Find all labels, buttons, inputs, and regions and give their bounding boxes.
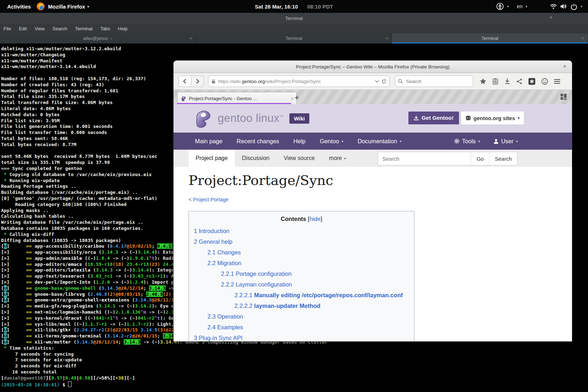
globe-icon — [465, 115, 471, 121]
nav-item-documentation[interactable]: Documentation▾ — [357, 138, 401, 145]
toc-entry: 2.2.2.1 Manually editing /etc/portage/re… — [194, 290, 409, 300]
tab-close-icon[interactable]: × — [582, 36, 584, 41]
clock[interactable]: Sat 28 Mar, 16:10 08:10 PDT — [0, 4, 588, 10]
gear-icon — [454, 138, 460, 144]
toc-entry: 3 Plug-in Sync API — [194, 332, 409, 341]
terminal-line: deleting x11-wm/mutter/mutter-3.12.2.ebu… — [1, 46, 588, 52]
toc-link[interactable]: 1 Introduction — [194, 228, 229, 234]
get-gentoo-button[interactable]: Get Gentoo! — [408, 112, 459, 124]
search-input[interactable] — [406, 78, 457, 84]
user-menu[interactable]: User ▾ — [494, 138, 518, 145]
close-icon[interactable]: × — [550, 15, 552, 20]
page-title: Project:Portage/Sync — [189, 172, 572, 188]
browser-tab[interactable]: Project:Portage/Sync - Gentoo ... × — [177, 92, 297, 104]
toc-link[interactable]: 2.2.2 Layman configuration — [221, 281, 292, 288]
breadcrumb-link[interactable]: Project:Portage — [193, 197, 228, 202]
tools-menu[interactable]: Tools ▾ — [454, 138, 480, 145]
tab-close-icon[interactable]: × — [190, 36, 192, 41]
nav-item-help[interactable]: Help — [293, 138, 305, 145]
toc-link[interactable]: 2.2.2.2 layman-updater Method — [234, 303, 320, 309]
clock-label: Sat 28 Mar, 16:10 — [255, 4, 298, 10]
toc-link[interactable]: 3 Plug-in Sync API — [194, 335, 243, 341]
wiki-search-button[interactable]: Search — [489, 152, 517, 165]
subnav-tab-more[interactable]: more▾ — [322, 150, 353, 167]
terminal-menu-tabs[interactable]: Tabs — [100, 26, 110, 31]
table-of-contents: Contents [hide] 1 Introduction2 General … — [189, 211, 414, 341]
terminal-tab[interactable]: Terminal× — [392, 33, 588, 43]
back-button[interactable] — [179, 76, 191, 87]
gentoo-wordmark[interactable]: gentoo linux™ — [218, 112, 284, 125]
search-bar[interactable] — [395, 76, 473, 87]
chevron-down-icon — [375, 80, 379, 83]
chevron-down-icon: ▾ — [517, 116, 520, 120]
terminal-menu-help[interactable]: Help — [118, 26, 128, 31]
chevron-right-icon — [195, 79, 200, 84]
terminal-tab[interactable]: Terminal× — [196, 33, 392, 43]
firefox-tabstrip: Project:Portage/Sync - Gentoo ... × + — [174, 90, 572, 104]
go-button[interactable]: Go — [471, 152, 489, 165]
firefox-titlebar[interactable]: Project:Portage/Sync – Gentoo Wiki – Moz… — [174, 61, 572, 73]
tab-close-icon[interactable]: × — [291, 96, 294, 101]
terminal-menu-search[interactable]: Search — [52, 26, 67, 31]
terminal-menu-edit[interactable]: Edit — [19, 26, 27, 31]
secondary-clock-label: 08:10 PDT — [307, 4, 333, 10]
url-bar[interactable]: https://wiki.gentoo.org/wiki/Project:Por… — [208, 76, 390, 87]
tab-groups-icon[interactable] — [560, 93, 567, 100]
search-icon — [398, 79, 403, 84]
terminal-line: (2015-03-28 16:10:01) $ — [1, 381, 588, 387]
subnav-tab-project-page[interactable]: Project page — [189, 150, 235, 167]
toc-link[interactable]: 2.2 Migration — [207, 260, 241, 266]
toc-entry: 2.1 Changes — [194, 247, 409, 258]
terminal-line: [daniel@guest167][0.57|0.49|0.50][/=58%]… — [1, 375, 588, 381]
nav-item-gentoo[interactable]: Gentoo▾ — [320, 138, 343, 145]
reading-list-icon[interactable] — [492, 78, 498, 85]
subnav-tab-view-source[interactable]: View source — [277, 150, 322, 167]
terminal-tab[interactable]: atlas@janus: ~× — [0, 33, 196, 43]
terminal-line: 7 seconds for eix-update — [1, 357, 588, 363]
urlbar-dropdown-button[interactable] — [375, 80, 379, 83]
toc-link[interactable]: 2.2.2.1 Manually editing /etc/portage/re… — [234, 292, 403, 298]
gentoo-sites-button[interactable]: gentoo.org sites ▾ — [461, 112, 524, 124]
reload-button[interactable] — [381, 79, 387, 84]
chat-smiley-icon[interactable] — [541, 78, 548, 85]
new-tab-button[interactable]: + — [295, 94, 299, 101]
terminal-line: * Time statistics: — [1, 345, 588, 351]
toc-entry: 2.2.2.2 layman-updater Method — [194, 300, 409, 311]
user-icon — [494, 139, 499, 144]
reload-icon — [381, 79, 387, 84]
nav-item-main-page[interactable]: Main page — [195, 138, 222, 145]
browser-viewport: gentoo linux™ Wiki Get Gentoo! — [174, 104, 572, 341]
adblock-icon[interactable] — [528, 78, 535, 85]
terminal-menu-view[interactable]: View — [35, 26, 45, 31]
toc-link[interactable]: 2.2.1 Portage configuration — [221, 270, 292, 277]
toc-entry: 1 Introduction — [194, 226, 409, 236]
toc-link[interactable]: 2.4 Examples — [207, 324, 243, 330]
download-icon — [414, 115, 419, 120]
share-icon[interactable] — [516, 78, 522, 84]
terminal-menu-file[interactable]: File — [4, 26, 11, 31]
wiki-article: Project:Portage/Sync <Project:Portage Co… — [174, 167, 572, 341]
toc-link[interactable]: 2 General help — [194, 238, 232, 245]
toc-hide-link[interactable]: hide — [309, 216, 320, 222]
forward-button[interactable] — [191, 76, 204, 87]
gentoo-logo[interactable] — [191, 107, 213, 129]
toc-link[interactable]: 2.3 Operation — [207, 313, 243, 320]
wiki-badge: Wiki — [289, 113, 310, 124]
terminal-menu-terminal[interactable]: Terminal — [75, 26, 93, 31]
contents-title: Contents — [281, 216, 306, 222]
wiki-search-input[interactable] — [378, 156, 471, 162]
downloads-icon[interactable] — [504, 78, 510, 84]
toc-link[interactable]: 2.1 Changes — [207, 249, 241, 256]
nav-item-recent-changes[interactable]: Recent changes — [237, 138, 279, 145]
firefox-window: Project:Portage/Sync – Gentoo Wiki – Moz… — [174, 61, 572, 341]
toc-entry: 2 General help — [194, 236, 409, 247]
terminal-cursor — [68, 381, 72, 387]
subnav-tab-discussion[interactable]: Discussion — [235, 150, 277, 167]
toc-entry: 2.4 Examples — [194, 322, 409, 332]
terminal-tab-label: Terminal — [481, 36, 498, 41]
terminal-titlebar[interactable]: Terminal × — [0, 13, 588, 24]
bookmark-star-icon[interactable] — [480, 78, 486, 84]
tab-close-icon[interactable]: × — [386, 36, 388, 41]
menu-hamburger-icon[interactable] — [554, 79, 560, 84]
close-icon[interactable]: × — [563, 63, 566, 69]
